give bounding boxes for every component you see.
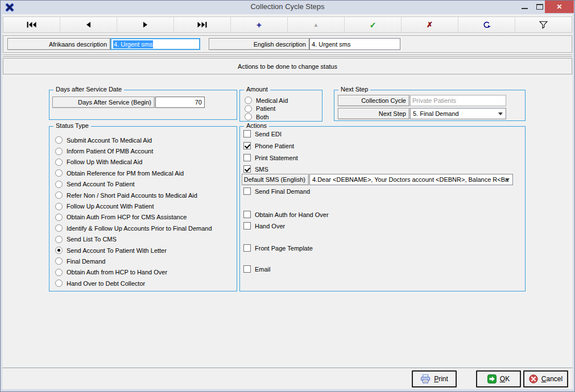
obtain-auth-hand-over-checkbox[interactable]: Obtain Auth for Hand Over	[243, 211, 329, 218]
radio-icon	[55, 159, 63, 166]
checkbox-icon	[243, 187, 251, 195]
status-option-label: Inform Patient Of PMB Account	[67, 148, 153, 155]
checkbox-icon	[243, 142, 251, 149]
sms-checkbox[interactable]: SMS	[243, 165, 268, 173]
email-checkbox[interactable]: Email	[243, 265, 271, 273]
print-statement-label: Print Statement	[255, 155, 298, 161]
send-final-demand-checkbox[interactable]: Send Final Demand	[243, 187, 310, 195]
email-label: Email	[255, 266, 271, 273]
prior-record-button[interactable]	[60, 17, 117, 32]
next-step-dropdown[interactable]: 5. Final Demand	[410, 108, 506, 119]
status-option-label: Send List To CMS	[67, 236, 117, 243]
status-option[interactable]: Follow Up Account With Patient	[55, 201, 234, 211]
last-record-button[interactable]	[174, 17, 231, 32]
phone-patient-checkbox[interactable]: Phone Patient	[243, 142, 294, 149]
radio-icon	[55, 269, 63, 276]
print-button-label: Print	[434, 375, 448, 383]
amount-options: Medical Aid Patient Both	[245, 97, 288, 120]
edit-record-button[interactable]: ▲	[288, 17, 345, 32]
radio-icon	[55, 214, 63, 221]
description-panel: Afrikaans description 4. Urgent sms Engl…	[3, 35, 572, 53]
filter-button[interactable]	[515, 17, 572, 32]
status-option-label: Send Account To Patient With Letter	[67, 247, 167, 254]
status-option-label: Final Demand	[67, 258, 105, 265]
status-option[interactable]: Follow Up With Medical Aid	[55, 157, 234, 168]
client-area: + ▲ ✓ ✗ Afrikaans description 4. Urgent …	[2, 14, 573, 389]
next-record-button[interactable]	[117, 17, 174, 32]
status-option[interactable]: Obtain Auth From HCP for CMS Assistance	[55, 212, 234, 223]
status-option[interactable]: Send Account To Patient	[55, 179, 234, 190]
chevron-down-icon	[505, 178, 510, 181]
status-option[interactable]: Submit Account To Medical Aid	[55, 135, 234, 145]
status-option[interactable]: Hand Over to Debt Collector	[55, 278, 234, 289]
cancel-edit-button[interactable]: ✗	[402, 17, 458, 32]
amount-option-medical-aid[interactable]: Medical Aid	[245, 97, 288, 104]
status-option-label: Submit Account To Medical Aid	[67, 137, 152, 144]
checkbox-icon	[243, 244, 251, 252]
next-step-label: Next Step	[338, 108, 409, 119]
afrikaans-description-input[interactable]: 4. Urgent sms	[110, 38, 200, 50]
checkbox-icon	[243, 265, 251, 273]
phone-patient-label: Phone Patient	[255, 143, 294, 149]
radio-icon	[55, 136, 63, 144]
status-option[interactable]: Identify & Follow Up Accounts Prior to F…	[55, 223, 234, 233]
status-option[interactable]: Final Demand	[55, 256, 234, 266]
front-page-template-checkbox[interactable]: Front Page Template	[243, 244, 313, 252]
amount-option-both[interactable]: Both	[245, 113, 288, 120]
checkbox-icon	[243, 165, 251, 173]
hand-over-checkbox[interactable]: Hand Over	[243, 222, 285, 230]
next-record-icon	[143, 22, 148, 28]
radio-icon	[55, 224, 63, 232]
status-option-label: Refer Non / Short Paid Accounts to Medic…	[67, 192, 197, 199]
status-option[interactable]: Inform Patient Of PMB Account	[55, 145, 234, 156]
next-step-value: 5. Final Demand	[413, 110, 459, 117]
status-option[interactable]: Send List To CMS	[55, 234, 234, 245]
printer-icon	[420, 374, 431, 383]
filter-icon	[539, 21, 548, 29]
insert-record-button[interactable]: +	[231, 17, 288, 32]
checkbox-icon	[243, 222, 251, 230]
refresh-icon	[482, 21, 491, 29]
close-icon: ✕	[556, 3, 562, 11]
status-option[interactable]: Obtain Reference for PM from Medical Aid	[55, 168, 234, 178]
status-option[interactable]: Refer Non / Short Paid Accounts to Medic…	[55, 190, 234, 201]
first-record-button[interactable]	[3, 17, 60, 32]
insert-record-icon: +	[257, 20, 262, 30]
status-option[interactable]: Send Account To Patient With Letter	[55, 245, 234, 256]
titlebar: Collection Cycle Steps ✕	[1, 1, 574, 14]
send-edi-checkbox[interactable]: Send EDI	[243, 130, 282, 137]
actions-group: Actions Send EDI Phone Patient Print Sta…	[239, 126, 526, 291]
status-option[interactable]: Obtain Auth from HCP to Hand Over	[55, 267, 234, 278]
radio-icon	[245, 97, 252, 104]
english-description-input[interactable]: 4. Urgent sms	[309, 38, 400, 50]
english-description-value: 4. Urgent sms	[312, 41, 350, 48]
amount-option-label: Medical Aid	[256, 97, 288, 104]
radio-icon	[55, 181, 63, 188]
cancel-button[interactable]: Cancel	[523, 370, 568, 387]
days-after-service-input[interactable]: 70	[155, 97, 205, 108]
minimize-button[interactable]	[517, 1, 532, 13]
print-button[interactable]: Print	[412, 370, 457, 387]
chevron-down-icon	[498, 112, 503, 115]
radio-icon	[55, 280, 63, 287]
default-sms-dropdown[interactable]: 4.Dear <DEBNAME>, Your Doctors account <…	[309, 174, 513, 185]
ok-button-label: OK	[500, 375, 510, 383]
default-sms-label: Default SMS (English)	[242, 174, 309, 185]
edit-record-icon: ▲	[313, 22, 319, 28]
radio-icon	[55, 203, 63, 210]
cancel-button-label: Cancel	[541, 375, 562, 383]
amount-option-patient[interactable]: Patient	[245, 105, 288, 112]
ok-button[interactable]: OK	[476, 370, 521, 387]
post-edit-button[interactable]: ✓	[345, 17, 402, 32]
status-type-group: Status Type Submit Account To Medical Ai…	[49, 126, 237, 291]
status-option-label: Hand Over to Debt Collector	[67, 280, 145, 287]
collection-cycle-steps-window: Collection Cycle Steps ✕ + ▲	[0, 0, 575, 392]
status-option-label: Send Account To Patient	[67, 181, 135, 187]
print-statement-checkbox[interactable]: Print Statement	[243, 154, 298, 161]
radio-icon	[55, 191, 63, 199]
send-edi-label: Send EDI	[255, 131, 282, 137]
close-button[interactable]: ✕	[545, 1, 574, 13]
radio-icon	[55, 148, 63, 155]
refresh-button[interactable]	[458, 17, 515, 32]
next-step-group: Next Step Collection Cycle Private Patie…	[334, 90, 526, 121]
